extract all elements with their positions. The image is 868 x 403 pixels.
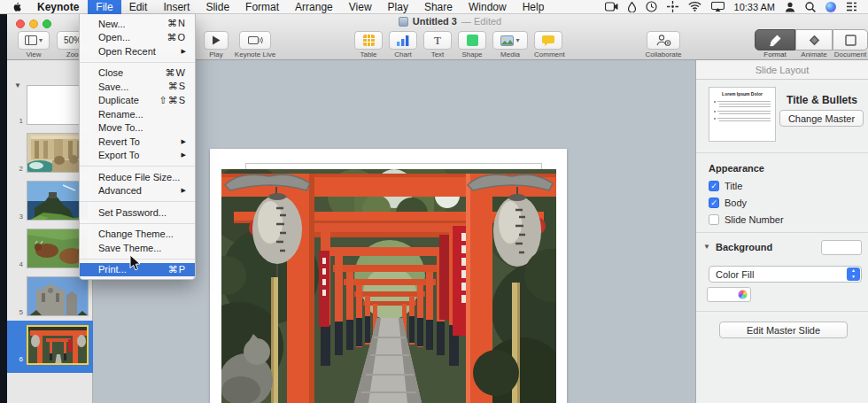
- file-menu-item-open-recent[interactable]: Open Recent ▶: [80, 44, 195, 58]
- checkbox-unchecked-icon[interactable]: [709, 214, 719, 225]
- animate-tab[interactable]: [795, 29, 833, 50]
- comment-button[interactable]: [534, 31, 562, 50]
- drop-icon[interactable]: [628, 2, 636, 12]
- play-button[interactable]: [204, 31, 229, 50]
- view-button[interactable]: ▾: [18, 31, 50, 50]
- menubar-menu-format[interactable]: Format: [237, 0, 287, 14]
- file-menu-item-reduce-file-size[interactable]: Reduce File Size...: [80, 170, 195, 184]
- menubar-menu-insert[interactable]: Insert: [155, 0, 198, 14]
- current-slide[interactable]: [210, 149, 567, 403]
- document-proxy-icon[interactable]: [399, 17, 408, 27]
- keynote-live-icon: [248, 35, 263, 46]
- color-wheel-icon[interactable]: [738, 290, 748, 299]
- file-menu-item-export-to[interactable]: Export To ▶: [80, 149, 195, 163]
- media-button[interactable]: ▾: [492, 31, 528, 50]
- crosshair-icon[interactable]: [667, 1, 678, 12]
- submenu-arrow-icon: ▶: [182, 187, 186, 194]
- file-menu-item-new[interactable]: New... ⌘N: [80, 17, 195, 31]
- checkbox-label: Body: [725, 198, 747, 208]
- table-label: Table: [354, 50, 383, 58]
- minimize-window-button[interactable]: [29, 19, 38, 28]
- appearance-heading: Appearance: [709, 163, 764, 174]
- zoom-window-button[interactable]: [43, 19, 51, 28]
- table-button[interactable]: [354, 31, 383, 50]
- file-menu-item-close[interactable]: Close ⌘W: [80, 66, 195, 81]
- file-menu-item-move-to[interactable]: Move To...: [80, 121, 195, 136]
- background-disclosure-icon[interactable]: ▼: [703, 243, 710, 251]
- slide-thumbnail-6-selected[interactable]: [27, 325, 89, 365]
- mouse-cursor: [129, 254, 141, 271]
- checkbox-label: Slide Number: [725, 214, 784, 225]
- menubar-menu-edit[interactable]: Edit: [121, 0, 156, 14]
- spotlight-icon[interactable]: [805, 2, 816, 12]
- user-icon[interactable]: [785, 2, 795, 12]
- file-menu-item-save[interactable]: Save... ⌘S: [80, 80, 195, 94]
- submenu-arrow-icon: ▶: [182, 138, 186, 145]
- file-menu-dropdown: New... ⌘N Open... ⌘O Open Recent ▶ Close…: [79, 14, 196, 280]
- format-brush-icon: [769, 34, 782, 47]
- view-icon: [25, 35, 37, 45]
- chart-button[interactable]: [389, 31, 417, 50]
- menubar-menu-play[interactable]: Play: [380, 0, 416, 14]
- collaborate-button[interactable]: [647, 31, 680, 50]
- table-icon: [363, 35, 375, 46]
- document-tab-label: Document: [831, 50, 868, 58]
- shape-icon: [467, 35, 478, 46]
- menubar-menu-arrange[interactable]: Arrange: [287, 0, 341, 14]
- slide-photo-torii-gates[interactable]: [221, 169, 556, 403]
- change-master-button[interactable]: Change Master: [779, 110, 864, 127]
- file-menu-item-set-password[interactable]: Set Password...: [80, 205, 195, 220]
- background-color-swatch[interactable]: [821, 240, 862, 255]
- text-label: Text: [423, 50, 452, 58]
- menubar-menu-file[interactable]: File: [88, 0, 120, 14]
- file-menu-item-revert-to[interactable]: Revert To ▶: [80, 135, 195, 149]
- airplay-icon[interactable]: [711, 2, 725, 12]
- keynote-live-button[interactable]: [239, 31, 271, 50]
- menubar-app-name[interactable]: Keynote: [28, 1, 88, 13]
- slide-number: 6: [11, 355, 23, 363]
- slide-thumbnail-5[interactable]: [27, 276, 89, 316]
- shape-button[interactable]: [458, 31, 486, 50]
- background-fill-select[interactable]: Color Fill ▲▼: [709, 266, 862, 283]
- file-menu-item-change-theme[interactable]: Change Theme...: [80, 228, 195, 242]
- file-menu-item-open[interactable]: Open... ⌘O: [80, 31, 195, 45]
- menubar-menu-window[interactable]: Window: [461, 0, 515, 14]
- menubar-menu-share[interactable]: Share: [416, 0, 461, 14]
- menubar-clock[interactable]: 10:33 AM: [734, 2, 775, 12]
- slide-layout-preview-card[interactable]: Lorem Ipsum Dolor: [709, 87, 776, 142]
- siri-icon[interactable]: [825, 2, 836, 12]
- comment-label: Comment: [534, 50, 562, 58]
- apple-menu-icon[interactable]: [12, 2, 23, 12]
- file-menu-item-rename[interactable]: Rename...: [80, 107, 195, 121]
- close-window-button[interactable]: [16, 19, 25, 28]
- layout-card-title: Lorem Ipsum Dolor: [714, 91, 771, 97]
- checkbox-checked-icon[interactable]: ✓: [709, 198, 719, 208]
- edit-master-slide-button[interactable]: Edit Master Slide: [719, 322, 848, 338]
- menu-separator: [80, 201, 195, 202]
- slide-number-checkbox-row[interactable]: Slide Number: [709, 214, 784, 225]
- file-menu-item-save-theme[interactable]: Save Theme...: [80, 241, 195, 255]
- video-camera-icon[interactable]: [605, 2, 618, 12]
- menubar-menu-help[interactable]: Help: [515, 0, 553, 14]
- submenu-arrow-icon: ▶: [182, 151, 186, 159]
- collaborate-icon: [656, 35, 671, 46]
- fill-type-value: Color Fill: [716, 269, 754, 280]
- menubar-menu-view[interactable]: View: [341, 0, 380, 14]
- menubar-menu-slide[interactable]: Slide: [198, 0, 237, 14]
- fill-color-well[interactable]: [707, 287, 751, 302]
- document-tab[interactable]: [833, 29, 868, 50]
- disclosure-triangle-icon[interactable]: ▼: [14, 81, 21, 89]
- submenu-arrow-icon: ▶: [182, 48, 186, 55]
- wifi-icon[interactable]: [688, 2, 701, 12]
- shape-label: Shape: [458, 50, 486, 58]
- text-button[interactable]: T: [423, 31, 452, 50]
- file-menu-item-advanced[interactable]: Advanced ▶: [80, 184, 195, 198]
- notification-center-icon[interactable]: [846, 2, 857, 12]
- slide-number: 1: [11, 117, 23, 125]
- checkbox-checked-icon[interactable]: ✓: [709, 181, 719, 191]
- format-tab[interactable]: [755, 29, 795, 50]
- time-machine-icon[interactable]: [646, 1, 657, 12]
- body-checkbox-row[interactable]: ✓ Body: [709, 198, 747, 208]
- file-menu-item-duplicate[interactable]: Duplicate ⇧⌘S: [80, 94, 195, 108]
- title-checkbox-row[interactable]: ✓ Title: [709, 181, 742, 191]
